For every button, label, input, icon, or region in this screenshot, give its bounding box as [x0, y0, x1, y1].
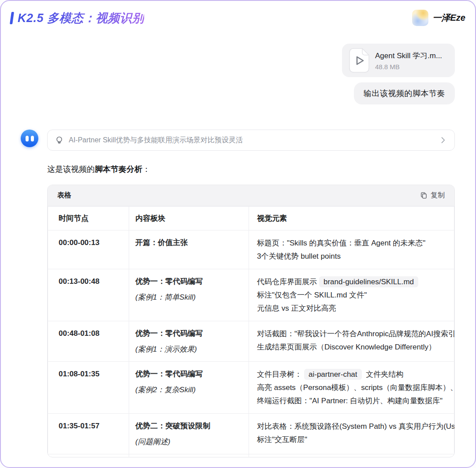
file-name: Agent Skill 学习.m... — [375, 51, 442, 61]
visual-line: 对话截图："帮我设计一个符合Anthropic品牌规范的AI搜索引擎 — [257, 327, 454, 340]
table-header-row: 时间节点 内容板块 视觉元素 — [48, 207, 454, 230]
cell-time: 00:00-00:13 — [48, 230, 129, 269]
intro-bold: 脚本节奏分析 — [95, 165, 142, 174]
cell-visual: 代码仓库界面展示brand-guidelines/SKILL.md标注"仅包含一… — [249, 269, 454, 321]
chat-screenshot-card: K2.5 多模态：视频识别 一泽Eze Agent Skill 学习.m... — [0, 0, 476, 468]
avatar-eye-left — [26, 136, 29, 141]
section-title: 开篇：价值主张 — [135, 236, 242, 249]
assistant-row: AI-Partner Skill优势与多技能联用演示场景对比预设灵活 这是该视频… — [21, 130, 455, 457]
account-badge: 一泽Eze — [412, 10, 465, 26]
visual-line: 对比表格：系统预设路径(System Path) vs 真实用户行为(User — [257, 420, 454, 433]
cell-time: 01:08-01:35 — [48, 362, 129, 414]
kimi-assistant-logo-icon — [21, 130, 38, 147]
visual-text: 标注"仅包含一个 SKILL.md 文件" — [257, 291, 367, 299]
visual-text: 终端运行截图："AI Partner: 自动切片、构建向量数据库" — [257, 397, 443, 405]
table-body: 00:00-00:13 开篇：价值主张 标题页："Skills 的真实价值：垂直… — [48, 230, 454, 457]
file-meta: Agent Skill 学习.m... 48.8 MB — [375, 51, 442, 71]
table-row: 00:48-01:08 优势一：零代码编写 (案例1：演示效果) 对话截图："帮… — [48, 321, 454, 362]
visual-text: 3个关键优势 bullet points — [257, 252, 341, 260]
user-name: 一泽Eze — [433, 12, 465, 24]
user-avatar — [412, 10, 428, 26]
section-title: 优势一：零代码编写 — [135, 275, 242, 288]
title-accent-bar — [10, 12, 14, 24]
cell-section: 优势一：零代码编写 (案例2：复杂Skill) — [129, 362, 249, 414]
section-title: 优势二：突破预设限制 — [135, 420, 242, 432]
user-message-column: Agent Skill 学习.m... 48.8 MB 输出该视频的脚本节奏 — [21, 44, 455, 104]
visual-line: 元信息 vs 正文对比高亮 — [257, 302, 448, 315]
table-row-partial — [48, 454, 454, 457]
table-row: 01:35-01:57 优势二：突破预设限制 (问题阐述) 对比表格：系统预设路… — [48, 414, 454, 454]
cell-time: 01:35-01:57 — [48, 414, 129, 454]
video-attachment-card[interactable]: Agent Skill 学习.m... 48.8 MB — [342, 44, 455, 77]
copy-label: 复制 — [431, 191, 445, 200]
chat-area: Agent Skill 学习.m... 48.8 MB 输出该视频的脚本节奏 — [1, 44, 475, 457]
thinking-summary-text: AI-Partner Skill优势与多技能联用演示场景对比预设灵活 — [69, 136, 434, 145]
video-file-play-icon — [349, 48, 369, 73]
visual-text: 元信息 vs 正文对比高亮 — [257, 304, 336, 312]
cell-section: 开篇：价值主张 — [129, 230, 249, 269]
lightbulb-icon — [55, 136, 64, 145]
inline-code-chip: ai-partner-chat — [304, 369, 362, 380]
copy-table-button[interactable]: 复制 — [420, 191, 445, 200]
visual-line: 生成结果页面展示（Discover Knowledge Differently） — [257, 341, 448, 353]
intro-prefix: 这是该视频的 — [47, 165, 95, 174]
visual-text: 文件夹结构 — [364, 370, 404, 379]
table-card: 表格 复制 — [47, 185, 455, 457]
table-row: 01:08-01:35 优势一：零代码编写 (案例2：复杂Skill) 文件目录… — [48, 362, 454, 414]
avatar-eye-right — [31, 136, 34, 141]
column-header-time: 时间节点 — [48, 207, 129, 230]
visual-text: 高亮 assets（Persona模板）、scripts（向量数据库脚本）、SK… — [257, 383, 454, 392]
section-note: (问题阐述) — [135, 435, 242, 448]
inline-code-chip: brand-guidelines/SKILL.md — [319, 276, 418, 287]
page-title-wrap: K2.5 多模态：视频识别 — [11, 10, 144, 26]
cell-section: 优势一：零代码编写 (案例1：演示效果) — [129, 321, 249, 362]
column-header-section: 内容板块 — [129, 207, 249, 230]
cell-visual: 对比表格：系统预设路径(System Path) vs 真实用户行为(User标… — [249, 414, 454, 454]
cell-visual: 对话截图："帮我设计一个符合Anthropic品牌规范的AI搜索引擎生成结果页面… — [249, 321, 454, 362]
table-card-title: 表格 — [57, 191, 71, 200]
visual-text: 对话截图："帮我设计一个符合Anthropic品牌规范的AI搜索引擎 — [257, 330, 454, 338]
visual-line: 标注"交互断层" — [257, 433, 448, 446]
visual-line: 代码仓库界面展示brand-guidelines/SKILL.md — [257, 275, 448, 288]
section-note: (案例1：演示效果) — [135, 343, 242, 356]
cell-section: 优势一：零代码编写 (案例1：简单Skill) — [129, 269, 249, 321]
visual-text: 代码仓库界面展示 — [257, 278, 317, 286]
thinking-summary-bar[interactable]: AI-Partner Skill优势与多技能联用演示场景对比预设灵活 — [47, 130, 455, 151]
table-row: 00:13-00:48 优势一：零代码编写 (案例1：简单Skill) 代码仓库… — [48, 269, 454, 321]
visual-text: 生成结果页面展示（Discover Knowledge Differently） — [257, 343, 436, 351]
user-message-bubble: 输出该视频的脚本节奏 — [354, 82, 455, 104]
cell-time: 00:13-00:48 — [48, 269, 129, 321]
visual-line: 3个关键优势 bullet points — [257, 250, 448, 263]
visual-line: 文件目录树：ai-partner-chat 文件夹结构 — [257, 368, 448, 381]
visual-text: 标注"交互断层" — [257, 435, 307, 444]
visual-text: 文件目录树： — [257, 370, 302, 379]
visual-line: 高亮 assets（Persona模板）、scripts（向量数据库脚本）、SK… — [257, 381, 454, 394]
cell-visual: 标题页："Skills 的真实价值：垂直 Agent 的未来态"3个关键优势 b… — [249, 230, 454, 269]
column-header-visual: 视觉元素 — [249, 207, 454, 230]
cell-time: 00:48-01:08 — [48, 321, 129, 362]
visual-line: 标题页："Skills 的真实价值：垂直 Agent 的未来态" — [257, 237, 448, 249]
visual-text: 标题页："Skills 的真实价值：垂直 Agent 的未来态" — [257, 239, 425, 247]
table-row: 00:00-00:13 开篇：价值主张 标题页："Skills 的真实价值：垂直… — [48, 230, 454, 269]
assistant-intro-line: 这是该视频的脚本节奏分析： — [47, 164, 455, 175]
copy-icon — [420, 192, 428, 199]
file-size: 48.8 MB — [375, 63, 442, 71]
cell-section: 优势二：突破预设限制 (问题阐述) — [129, 414, 249, 454]
section-title: 优势一：零代码编写 — [135, 327, 242, 340]
section-note: (案例1：简单Skill) — [135, 291, 242, 304]
intro-suffix: ： — [142, 165, 150, 174]
section-note: (案例2：复杂Skill) — [135, 383, 242, 396]
chevron-right-icon[interactable] — [439, 136, 447, 145]
page-header: K2.5 多模态：视频识别 一泽Eze — [1, 1, 475, 26]
script-rhythm-table: 时间节点 内容板块 视觉元素 00:00-00:13 开篇：价值主张 标题页："… — [48, 206, 454, 457]
visual-line: 终端运行截图："AI Partner: 自动切片、构建向量数据库" — [257, 394, 448, 407]
visual-text: 对比表格：系统预设路径(System Path) vs 真实用户行为(User — [257, 422, 454, 431]
assistant-content: AI-Partner Skill优势与多技能联用演示场景对比预设灵活 这是该视频… — [47, 130, 455, 457]
visual-line: 标注"仅包含一个 SKILL.md 文件" — [257, 289, 448, 301]
page-title: K2.5 多模态：视频识别 — [18, 10, 144, 26]
cell-visual: 文件目录树：ai-partner-chat 文件夹结构高亮 assets（Per… — [249, 362, 454, 414]
section-title: 优势一：零代码编写 — [135, 368, 242, 380]
table-card-header: 表格 复制 — [48, 185, 454, 206]
